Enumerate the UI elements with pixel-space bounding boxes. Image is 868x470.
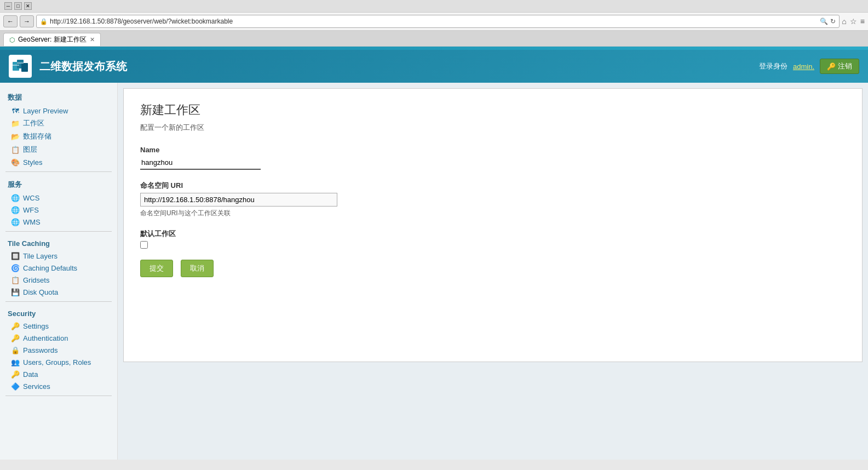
logo-svg bbox=[12, 58, 29, 75]
back-button[interactable]: ← bbox=[3, 15, 18, 27]
lock-icon: 🔒 bbox=[40, 18, 48, 25]
sidebar-item-layer-preview[interactable]: 🗺 Layer Preview bbox=[0, 105, 117, 117]
sidebar-section-data: 数据 bbox=[0, 88, 117, 105]
sidebar-item-workspace[interactable]: 📁 工作区 bbox=[0, 117, 117, 130]
caching-defaults-icon: 🌀 bbox=[11, 263, 20, 272]
sidebar-item-wms[interactable]: 🌐 WMS bbox=[0, 216, 117, 228]
sidebar-item-label: WMS bbox=[23, 218, 41, 226]
sidebar-item-label: WFS bbox=[23, 206, 39, 214]
sidebar-item-label: Users, Groups, Roles bbox=[23, 358, 91, 366]
sidebar-item-gridsets[interactable]: 📋 Gridsets bbox=[0, 274, 117, 286]
sidebar-divider-2 bbox=[5, 231, 112, 232]
app-title: 二维数据发布系统 bbox=[39, 59, 127, 74]
browser-toolbar-right: ⌂ ☆ ≡ bbox=[842, 17, 865, 26]
cancel-button[interactable]: 取消 bbox=[181, 260, 214, 277]
sidebar-item-layers[interactable]: 📋 图层 bbox=[0, 143, 117, 156]
submit-button[interactable]: 提交 bbox=[140, 260, 173, 277]
sidebar-item-datastores[interactable]: 📂 数据存储 bbox=[0, 130, 117, 143]
namespace-uri-label: 命名空间 URI bbox=[140, 181, 846, 191]
name-input[interactable] bbox=[140, 156, 261, 170]
forward-button[interactable]: → bbox=[20, 15, 34, 27]
layers-icon: 📋 bbox=[11, 145, 20, 154]
nav-bar: ← → 🔒 http://192.168.1.50:8878/geoserver… bbox=[0, 13, 868, 31]
wms-icon: 🌐 bbox=[11, 217, 20, 226]
default-workspace-checkbox[interactable] bbox=[140, 241, 148, 249]
sidebar-item-label: Settings bbox=[23, 322, 49, 330]
bookmark-star-icon[interactable]: ☆ bbox=[850, 17, 857, 26]
window-controls: ─ □ ✕ bbox=[4, 2, 32, 10]
maximize-button[interactable]: □ bbox=[14, 2, 22, 10]
logout-icon: 🔑 bbox=[827, 62, 836, 71]
sidebar-item-label: Disk Quota bbox=[23, 288, 58, 296]
sidebar-item-data[interactable]: 🔑 Data bbox=[0, 368, 117, 380]
page-title: 新建工作区 bbox=[140, 102, 846, 118]
sidebar-item-caching-defaults[interactable]: 🌀 Caching Defaults bbox=[0, 262, 117, 274]
sidebar-divider-3 bbox=[5, 301, 112, 302]
default-workspace-section: 默认工作区 bbox=[140, 229, 846, 249]
menu-icon[interactable]: ≡ bbox=[860, 17, 865, 26]
default-workspace-label: 默认工作区 bbox=[140, 229, 846, 239]
home-icon[interactable]: ⌂ bbox=[842, 17, 846, 26]
close-button[interactable]: ✕ bbox=[24, 2, 32, 10]
url-text: http://192.168.1.50:8878/geoserver/web/?… bbox=[50, 18, 818, 25]
login-label: 登录身份 bbox=[759, 61, 787, 71]
sidebar-item-label: 数据存储 bbox=[23, 131, 51, 141]
address-bar[interactable]: 🔒 http://192.168.1.50:8878/geoserver/web… bbox=[36, 15, 840, 28]
sidebar-item-label: Gridsets bbox=[23, 276, 49, 284]
sidebar-item-label: Passwords bbox=[23, 346, 58, 354]
workspace-icon: 📁 bbox=[11, 119, 20, 128]
sidebar-item-authentication[interactable]: 🔑 Authentication bbox=[0, 332, 117, 344]
default-workspace-checkbox-row bbox=[140, 241, 846, 249]
page-subtitle: 配置一个新的工作区 bbox=[140, 123, 846, 133]
sidebar-item-disk-quota[interactable]: 💾 Disk Quota bbox=[0, 286, 117, 298]
tab-favicon: ⬡ bbox=[9, 36, 15, 44]
sidebar-item-wfs[interactable]: 🌐 WFS bbox=[0, 204, 117, 216]
name-label: Name bbox=[140, 146, 846, 154]
namespace-uri-hint: 命名空间URI与这个工作区关联 bbox=[140, 209, 846, 218]
data-icon: 🔑 bbox=[11, 370, 20, 379]
sidebar-divider-4 bbox=[5, 396, 112, 396]
svg-rect-2 bbox=[21, 63, 28, 72]
minimize-button[interactable]: ─ bbox=[4, 2, 12, 10]
sidebar-item-label: Caching Defaults bbox=[23, 264, 77, 272]
sidebar-item-styles[interactable]: 🎨 Styles bbox=[0, 156, 117, 168]
sidebar-item-tile-layers[interactable]: 🔲 Tile Layers bbox=[0, 250, 117, 262]
active-tab[interactable]: ⬡ GeoServer: 新建工作区 ✕ bbox=[3, 33, 101, 46]
sidebar-divider-1 bbox=[5, 171, 112, 172]
sidebar-item-settings[interactable]: 🔑 Settings bbox=[0, 320, 117, 332]
sidebar-item-label: Services bbox=[23, 382, 50, 391]
sidebar-item-passwords[interactable]: 🔒 Passwords bbox=[0, 344, 117, 356]
datastores-icon: 📂 bbox=[11, 132, 20, 141]
users-icon: 👥 bbox=[11, 358, 20, 366]
sidebar-item-label: Data bbox=[23, 370, 38, 379]
app-logo bbox=[9, 55, 32, 78]
name-section: Name bbox=[140, 146, 846, 170]
tab-label: GeoServer: 新建工作区 bbox=[18, 35, 87, 44]
logout-label: 注销 bbox=[838, 61, 852, 71]
tab-bar: ⬡ GeoServer: 新建工作区 ✕ bbox=[0, 31, 868, 46]
disk-quota-icon: 💾 bbox=[11, 288, 20, 296]
header-right: 登录身份 admin. 🔑 注销 bbox=[759, 59, 859, 74]
title-bar: ─ □ ✕ bbox=[0, 0, 868, 13]
sidebar-item-label: 工作区 bbox=[23, 118, 44, 128]
wcs-icon: 🌐 bbox=[11, 193, 20, 202]
app-header: 二维数据发布系统 登录身份 admin. 🔑 注销 bbox=[0, 50, 868, 83]
sidebar-section-security: Security bbox=[0, 305, 117, 320]
tab-close-button[interactable]: ✕ bbox=[90, 36, 95, 43]
layer-preview-icon: 🗺 bbox=[11, 106, 20, 115]
namespace-uri-input[interactable] bbox=[140, 193, 337, 207]
sidebar-item-label: Layer Preview bbox=[23, 107, 68, 115]
settings-icon: 🔑 bbox=[11, 322, 20, 330]
user-link[interactable]: admin. bbox=[793, 62, 814, 71]
sidebar-item-wcs[interactable]: 🌐 WCS bbox=[0, 192, 117, 204]
gridsets-icon: 📋 bbox=[11, 276, 20, 284]
wfs-icon: 🌐 bbox=[11, 205, 20, 214]
logout-button[interactable]: 🔑 注销 bbox=[820, 59, 859, 74]
refresh-icon[interactable]: ↻ bbox=[830, 18, 836, 25]
sidebar-item-security-services[interactable]: 🔷 Services bbox=[0, 380, 117, 392]
button-row: 提交 取消 bbox=[140, 260, 846, 277]
sidebar-item-users-groups-roles[interactable]: 👥 Users, Groups, Roles bbox=[0, 356, 117, 368]
sidebar-section-tile-caching: Tile Caching bbox=[0, 235, 117, 250]
sidebar-item-label: Tile Layers bbox=[23, 252, 58, 260]
content-area: 新建工作区 配置一个新的工作区 Name 命名空间 URI 命名空间URI与这个… bbox=[123, 88, 863, 362]
